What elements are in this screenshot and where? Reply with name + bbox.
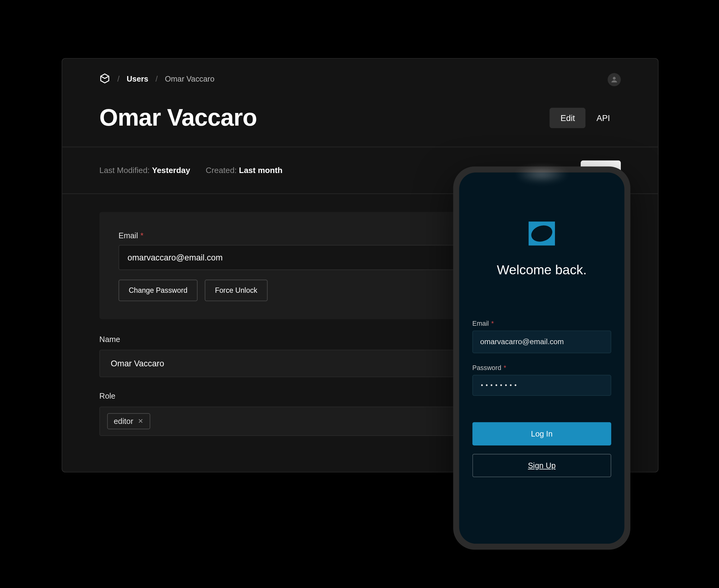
page-title: Omar Vaccaro bbox=[100, 104, 257, 131]
created: Created: Last month bbox=[206, 166, 282, 175]
phone-screen: Welcome back. Email* Password* Log In Si… bbox=[459, 172, 625, 544]
mobile-email-label: Email* bbox=[472, 320, 611, 327]
breadcrumb-sep: / bbox=[117, 74, 120, 83]
welcome-title: Welcome back. bbox=[497, 262, 587, 278]
force-unlock-button[interactable]: Force Unlock bbox=[205, 279, 268, 301]
tab-group: Edit API bbox=[550, 107, 621, 128]
mobile-password-input[interactable] bbox=[472, 375, 611, 396]
breadcrumb-current: Omar Vaccaro bbox=[165, 74, 214, 83]
svg-point-1 bbox=[613, 77, 616, 80]
signup-button[interactable]: Sign Up bbox=[472, 454, 611, 477]
header: / Users / Omar Vaccaro bbox=[62, 59, 658, 98]
breadcrumb-sep: / bbox=[155, 74, 157, 83]
mobile-password-field: Password* bbox=[472, 364, 611, 396]
breadcrumb: / Users / Omar Vaccaro bbox=[100, 73, 214, 84]
avatar[interactable] bbox=[608, 73, 621, 86]
mobile-email-field: Email* bbox=[472, 320, 611, 353]
role-tag: editor ✕ bbox=[107, 413, 150, 429]
mobile-password-label: Password* bbox=[472, 364, 611, 371]
login-button[interactable]: Log In bbox=[472, 422, 611, 445]
title-row: Omar Vaccaro Edit API bbox=[62, 98, 658, 147]
tab-edit[interactable]: Edit bbox=[550, 107, 586, 128]
tab-api[interactable]: API bbox=[586, 107, 621, 128]
mobile-email-input[interactable] bbox=[472, 331, 611, 353]
change-password-button[interactable]: Change Password bbox=[119, 279, 197, 301]
app-logo-icon bbox=[525, 219, 559, 248]
last-modified: Last Modified: Yesterday bbox=[100, 166, 190, 175]
phone-notch bbox=[515, 167, 569, 182]
logo-icon bbox=[100, 73, 110, 84]
breadcrumb-users[interactable]: Users bbox=[127, 74, 148, 83]
phone-frame: Welcome back. Email* Password* Log In Si… bbox=[453, 167, 630, 550]
mobile-actions: Log In Sign Up bbox=[472, 422, 611, 477]
remove-tag-icon[interactable]: ✕ bbox=[138, 417, 144, 425]
meta-info: Last Modified: Yesterday Created: Last m… bbox=[100, 166, 282, 175]
